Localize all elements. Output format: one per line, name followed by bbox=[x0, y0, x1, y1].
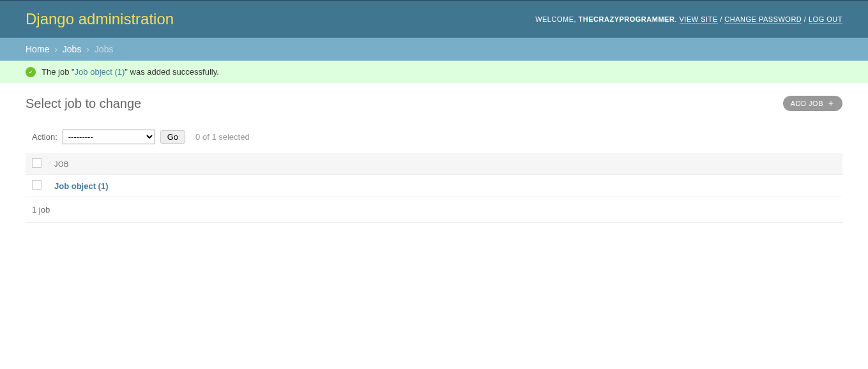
row-checkbox[interactable] bbox=[32, 180, 42, 190]
row-cell: Job object (1) bbox=[48, 175, 842, 197]
add-job-button[interactable]: ADD JOB bbox=[783, 96, 842, 111]
message-list: The job "Job object (1)" was added succe… bbox=[0, 61, 868, 83]
plus-icon bbox=[827, 100, 835, 107]
action-select[interactable]: --------- bbox=[63, 130, 155, 144]
separator: . bbox=[674, 15, 679, 23]
results-table: JOB Job object (1) bbox=[26, 153, 842, 197]
breadcrumb-current: Jobs bbox=[95, 44, 114, 54]
content-header: Select job to change ADD JOB bbox=[26, 96, 842, 111]
go-button[interactable]: Go bbox=[160, 130, 185, 144]
view-site-link[interactable]: VIEW SITE bbox=[680, 15, 718, 24]
message-prefix: The job " bbox=[42, 67, 75, 77]
message-object-link[interactable]: Job object (1) bbox=[75, 67, 125, 77]
paginator: 1 job bbox=[26, 197, 842, 223]
page-title: Select job to change bbox=[26, 96, 141, 111]
column-header-job[interactable]: JOB bbox=[48, 153, 842, 175]
object-tools: ADD JOB bbox=[783, 96, 842, 111]
action-label: Action: bbox=[32, 132, 57, 142]
site-title: Django administration bbox=[26, 10, 174, 28]
action-counter: 0 of 1 selected bbox=[195, 132, 250, 142]
user-tools: WELCOME, THECRAZYPROGRAMMER. VIEW SITE /… bbox=[535, 15, 842, 23]
header: Django administration WELCOME, THECRAZYP… bbox=[0, 0, 868, 38]
select-all-checkbox[interactable] bbox=[32, 158, 42, 168]
welcome-text: WELCOME, bbox=[535, 15, 576, 23]
message-suffix: " was added successfully. bbox=[125, 67, 218, 77]
change-password-link[interactable]: CHANGE PASSWORD bbox=[724, 15, 802, 24]
content: Select job to change ADD JOB Action: ---… bbox=[0, 83, 868, 236]
actions-bar: Action: --------- Go 0 of 1 selected bbox=[26, 127, 842, 147]
breadcrumb-separator: › bbox=[54, 44, 57, 54]
select-all-header bbox=[26, 153, 48, 175]
row-select-cell bbox=[26, 175, 48, 197]
table-row: Job object (1) bbox=[26, 175, 842, 197]
add-job-label: ADD JOB bbox=[791, 100, 823, 107]
breadcrumb: Home › Jobs › Jobs bbox=[0, 38, 868, 61]
breadcrumb-home[interactable]: Home bbox=[26, 44, 49, 54]
logout-link[interactable]: LOG OUT bbox=[809, 15, 842, 24]
success-message: The job "Job object (1)" was added succe… bbox=[0, 61, 868, 83]
username: THECRAZYPROGRAMMER bbox=[579, 15, 675, 23]
success-icon bbox=[26, 67, 36, 77]
job-object-link[interactable]: Job object (1) bbox=[54, 181, 109, 191]
breadcrumb-jobs[interactable]: Jobs bbox=[63, 44, 82, 54]
separator: / bbox=[804, 15, 809, 23]
breadcrumb-separator: › bbox=[86, 44, 89, 54]
